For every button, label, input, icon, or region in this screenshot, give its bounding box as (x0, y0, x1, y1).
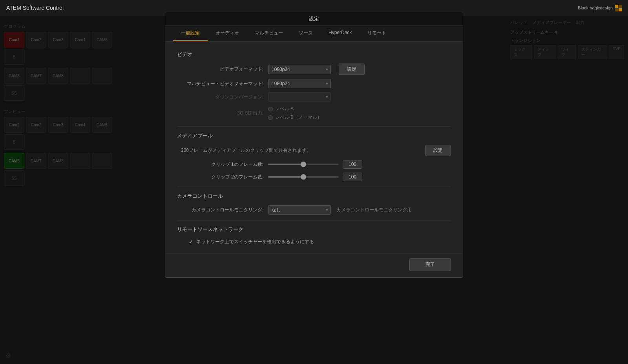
multiview-format-row: マルチビュー・ビデオフォーマット: 1080p24 1080p25 (177, 79, 451, 88)
downconvert-row: ダウンコンバージョン: (177, 92, 451, 102)
clip2-slider-fill (268, 176, 303, 178)
clip1-value: 100 (343, 160, 362, 169)
mediapool-desc-row: 200フレームがメディアプールのクリップ間で共有されます。 設定 (177, 145, 451, 156)
sdi-level-b-radio[interactable] (268, 115, 273, 120)
mediapool-section-title: メディアプール (177, 132, 451, 139)
video-section-title: ビデオ (177, 51, 451, 58)
tab-multiview[interactable]: マルチビュー (247, 26, 291, 41)
dialog-tabs: 一般設定 オーディオ マルチビュー ソース HyperDeck リモート (165, 26, 463, 42)
downconvert-select-wrapper (268, 92, 331, 102)
video-format-label: ビデオフォーマット: (177, 66, 263, 73)
sdi-level-a-label: レベル A (275, 106, 294, 112)
remote-checkbox-label[interactable]: ネットワーク上でスイッチャーを検出できるようにする (196, 238, 314, 245)
downconvert-select[interactable] (268, 92, 331, 102)
remote-section-title: リモートソースネットワーク (177, 226, 451, 233)
clip1-slider-fill (268, 164, 303, 165)
mediapool-set-button[interactable]: 設定 (425, 145, 451, 156)
video-format-set-button[interactable]: 設定 (339, 64, 365, 75)
camera-monitoring-row: カメラコントロールモニタリング: なし カメラコントロールモニタリング用 (177, 205, 451, 215)
camera-monitoring-description: カメラコントロールモニタリング用 (336, 207, 412, 213)
tab-audio[interactable]: オーディオ (208, 26, 247, 41)
bmd-sq-1 (615, 5, 618, 8)
downconvert-label: ダウンコンバージョン: (177, 94, 263, 100)
clip2-slider-thumb[interactable] (301, 174, 306, 180)
multiview-format-select-wrapper: 1080p24 1080p25 (268, 79, 331, 88)
clip2-row: クリップ 2のフレーム数: 100 (177, 173, 451, 181)
bmd-sq-3 (615, 8, 618, 11)
settings-dialog: 設定 一般設定 オーディオ マルチビュー ソース HyperDeck リモート … (165, 12, 463, 278)
bmd-sq-4 (619, 8, 622, 11)
clip2-value: 100 (343, 173, 362, 181)
mediapool-description: 200フレームがメディアプールのクリップ間で共有されます。 (181, 147, 421, 154)
video-format-row: ビデオフォーマット: 1080p24 1080p25 1080p30 設定 (177, 64, 451, 75)
remote-checkbox-row: ✓ ネットワーク上でスイッチャーを検出できるようにする (189, 238, 451, 245)
camera-monitoring-select[interactable]: なし (268, 205, 331, 215)
sdi-row: 3G SDI出力: レベル A レベル B（ノーマル） (177, 106, 451, 121)
bmd-logo-text: Blackmagicdesign (578, 5, 613, 10)
sdi-level-b-row: レベル B（ノーマル） (268, 114, 322, 121)
bmd-sq-2 (619, 5, 622, 8)
camera-monitoring-select-wrapper: なし (268, 205, 331, 215)
sdi-radio-group: レベル A レベル B（ノーマル） (268, 106, 322, 121)
sdi-level-a-radio[interactable] (268, 107, 273, 111)
remote-checkmark-icon: ✓ (189, 239, 193, 245)
divider-3 (177, 220, 451, 220)
clip1-slider-thumb[interactable] (301, 162, 306, 167)
clip2-label: クリップ 2のフレーム数: (177, 174, 263, 180)
divider-1 (177, 126, 451, 127)
sdi-level-a-row: レベル A (268, 106, 322, 112)
tab-remote[interactable]: リモート (360, 26, 394, 41)
app-title: ATEM Software Control (6, 5, 64, 11)
camera-monitoring-label: カメラコントロールモニタリング: (177, 207, 263, 213)
tab-general[interactable]: 一般設定 (173, 26, 208, 41)
dialog-body: ビデオ ビデオフォーマット: 1080p24 1080p25 1080p30 設… (165, 42, 463, 253)
clip1-row: クリップ 1のフレーム数: 100 (177, 160, 451, 169)
divider-2 (177, 187, 451, 187)
video-format-select-wrapper: 1080p24 1080p25 1080p30 (268, 65, 331, 74)
dialog-footer: 完了 (165, 253, 463, 277)
multiview-format-label: マルチビュー・ビデオフォーマット: (177, 80, 263, 87)
dialog-title: 設定 (165, 12, 463, 26)
bmd-logo-squares (615, 5, 622, 11)
clip1-slider-track[interactable] (268, 164, 339, 165)
video-format-select[interactable]: 1080p24 1080p25 1080p30 (268, 65, 331, 74)
multiview-format-select[interactable]: 1080p24 1080p25 (268, 79, 331, 88)
tab-source[interactable]: ソース (291, 26, 321, 41)
sdi-level-b-label: レベル B（ノーマル） (275, 114, 322, 121)
bmd-logo: Blackmagicdesign (578, 5, 622, 11)
sdi-label: 3G SDI出力: (177, 110, 263, 116)
clip2-slider-track[interactable] (268, 176, 339, 178)
done-button[interactable]: 完了 (409, 258, 451, 271)
camera-section-title: カメラコントロール (177, 193, 451, 200)
tab-hyperdeck[interactable]: HyperDeck (321, 26, 360, 41)
clip1-label: クリップ 1のフレーム数: (177, 161, 263, 168)
